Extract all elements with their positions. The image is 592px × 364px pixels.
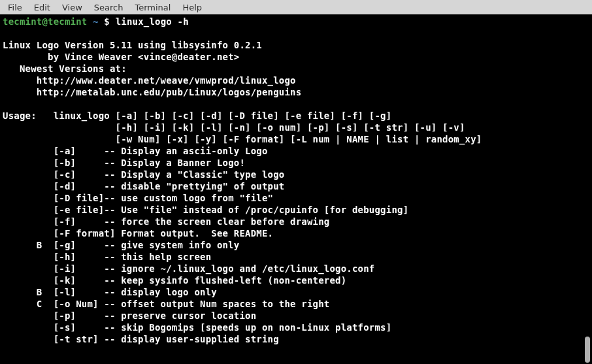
output-line: C [-o Num] -- offset output Num spaces t… [3, 299, 329, 309]
prompt-symbol: $ [104, 16, 110, 27]
output-line: http://www.deater.net/weave/vmwprod/linu… [3, 75, 296, 86]
output-line: [-d] -- disable "prettying" of output [3, 181, 284, 191]
terminal-output[interactable]: tecmint@tecmint ~ $ linux_logo -h Linux … [0, 14, 592, 364]
output-line: [-i] -- ignore ~/.linux_logo and /etc/li… [3, 263, 375, 274]
output-line: [-c] -- Display a "Classic" type logo [3, 169, 284, 180]
output-line: [-k] -- keep sysinfo flushed-left (non-c… [3, 275, 346, 286]
output-line: Usage: linux_logo [-a] [-b] [-c] [-d] [-… [3, 110, 391, 121]
output-line: [-e file]-- Use "file" instead of /proc/… [3, 205, 408, 215]
output-line: [-t str] -- display user-supplied string [3, 334, 279, 344]
output-line: [-F format] Format output. See README. [3, 228, 273, 239]
output-line: [-h] [-i] [-k] [-l] [-n] [-o num] [-p] [… [3, 122, 465, 133]
output-line: Linux Logo Version 5.11 using libsysinfo… [3, 40, 262, 50]
prompt-user: tecmint@tecmint [3, 16, 87, 27]
menu-terminal[interactable]: Terminal [129, 2, 176, 13]
scrollbar-thumb[interactable] [585, 337, 590, 363]
output-line: [-D file]-- use custom logo from "file" [3, 193, 273, 203]
output-line: [-h] -- this help screen [3, 252, 211, 262]
menu-help[interactable]: Help [177, 2, 207, 13]
scrollbar[interactable] [584, 14, 591, 364]
output-line: [-s] -- skip Bogomips [speeds up on non-… [3, 322, 391, 333]
menubar: File Edit View Search Terminal Help [0, 0, 592, 14]
menu-file[interactable]: File [3, 2, 27, 13]
output-line: [-b] -- Display a Banner Logo! [3, 157, 245, 168]
prompt-path: ~ [93, 16, 99, 27]
command-text: linux_logo -h [116, 16, 189, 27]
output-line: Newest Versions at: [3, 63, 127, 74]
output-line: B [-l] -- display logo only [3, 287, 217, 297]
output-line: by Vince Weaver <vince@deater.net> [3, 52, 239, 62]
menu-view[interactable]: View [57, 2, 88, 13]
output-line: [-p] -- preserve cursor location [3, 310, 256, 321]
output-line: [-w Num] [-x] [-y] [-F format] [-L num |… [3, 134, 482, 144]
menu-edit[interactable]: Edit [29, 2, 56, 13]
output-line: http://metalab.unc.edu/pub/Linux/logos/p… [3, 87, 301, 97]
menu-search[interactable]: Search [89, 2, 129, 13]
output-line: [-f] -- force the screen clear before dr… [3, 216, 329, 227]
output-line: B [-g] -- give system info only [3, 240, 239, 250]
output-line: [-a] -- Display an ascii-only Logo [3, 146, 268, 156]
